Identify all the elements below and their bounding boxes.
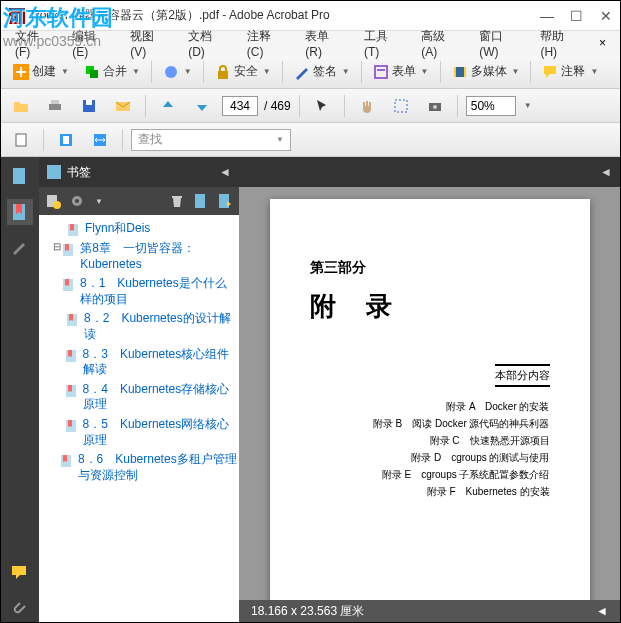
tree-label: 8．1 Kubernetes是个什么样的项目 xyxy=(80,276,237,307)
open-button[interactable] xyxy=(7,94,35,118)
menu-view[interactable]: 视图(V) xyxy=(122,26,178,61)
menu-advanced[interactable]: 高级(A) xyxy=(413,26,469,61)
maximize-button[interactable]: ☐ xyxy=(570,10,582,22)
marquee-tool[interactable] xyxy=(387,94,415,118)
rail-bookmarks-icon[interactable] xyxy=(7,199,33,225)
tree-item[interactable]: 8．3 Kubernetes核心组件解读 xyxy=(41,345,237,380)
bookmark-go-icon[interactable] xyxy=(217,193,233,209)
toc-line: 附录 A Docker 的安装 xyxy=(310,400,550,414)
combine-button[interactable]: 合并▼ xyxy=(78,59,146,84)
page-layout-button[interactable] xyxy=(7,128,35,152)
window-title: Docker 容器与容器云（第2版）.pdf - Adobe Acrobat P… xyxy=(31,7,540,24)
rail-pages-icon[interactable] xyxy=(7,163,33,189)
page-total: / 469 xyxy=(264,99,291,113)
tree-label: 8．3 Kubernetes核心组件解读 xyxy=(83,347,237,378)
search-input[interactable]: 查找 ▼ xyxy=(131,129,291,151)
menu-comments[interactable]: 注释(C) xyxy=(239,26,296,61)
new-bookmark-icon[interactable] xyxy=(45,193,61,209)
tree-item[interactable]: Flynn和Deis xyxy=(41,219,237,239)
minimize-button[interactable]: — xyxy=(540,10,552,22)
svg-rect-22 xyxy=(13,168,25,184)
film-icon xyxy=(452,64,468,80)
page-number-input[interactable] xyxy=(222,96,258,116)
fit-page-button[interactable] xyxy=(52,128,80,152)
page-first-button[interactable] xyxy=(154,94,182,118)
create-button[interactable]: 创建▼ xyxy=(7,59,75,84)
bookmark-header: 书签 ◄ xyxy=(39,157,239,187)
snapshot-tool[interactable] xyxy=(421,94,449,118)
tree-item[interactable]: 8．1 Kubernetes是个什么样的项目 xyxy=(41,274,237,309)
fit-width-button[interactable] xyxy=(86,128,114,152)
toc-heading: 本部分内容 xyxy=(495,364,550,387)
rail-attachments-icon[interactable] xyxy=(7,596,33,622)
page-viewport[interactable]: 第三部分 附录 本部分内容 附录 A Docker 的安装附录 B 阅读 Doc… xyxy=(239,187,620,622)
svg-point-26 xyxy=(53,201,61,209)
tree-label: 8．2 Kubernetes的设计解读 xyxy=(84,311,237,342)
menu-file[interactable]: 文件(F) xyxy=(7,26,62,61)
menu-forms[interactable]: 表单(R) xyxy=(297,26,354,61)
menu-tools[interactable]: 工具(T) xyxy=(356,26,411,61)
panel-collapse-button[interactable]: ◄ xyxy=(600,165,612,179)
close-button[interactable]: ✕ xyxy=(600,10,612,22)
multimedia-button[interactable]: 多媒体▼ xyxy=(446,59,526,84)
tree-toggle[interactable]: ⊟ xyxy=(52,241,63,252)
bookmark-add-icon[interactable] xyxy=(193,193,209,209)
tree-item[interactable]: 8．2 Kubernetes的设计解读 xyxy=(41,309,237,344)
svg-rect-6 xyxy=(377,69,385,71)
toc-line: 附录 C 快速熟悉开源项目 xyxy=(310,434,550,448)
rail-comments-icon[interactable] xyxy=(7,560,33,586)
content-header: ◄ xyxy=(239,157,620,187)
trash-icon[interactable] xyxy=(169,193,185,209)
save-button[interactable] xyxy=(75,94,103,118)
print-button[interactable] xyxy=(41,94,69,118)
hand-tool[interactable] xyxy=(353,94,381,118)
bookmark-collapse-button[interactable]: ◄ xyxy=(219,165,231,179)
forms-button[interactable]: 表单▼ xyxy=(367,59,435,84)
svg-point-17 xyxy=(433,105,437,109)
security-button[interactable]: 安全▼ xyxy=(209,59,277,84)
rail-signatures-icon[interactable] xyxy=(7,235,33,261)
tree-item[interactable]: 8．6 Kubernetes多租户管理与资源控制 xyxy=(41,450,237,485)
create-icon xyxy=(13,64,29,80)
zoom-input[interactable] xyxy=(466,96,516,116)
tree-item[interactable]: ⊟第8章 一切皆容器：Kubernetes xyxy=(41,239,237,274)
tree-item[interactable]: 8．5 Kubernetes网络核心原理 xyxy=(41,415,237,450)
tree-label: 8．4 Kubernetes存储核心原理 xyxy=(83,382,237,413)
menu-window[interactable]: 窗口(W) xyxy=(471,26,530,61)
toc-line: 附录 E cgroups 子系统配置参数介绍 xyxy=(310,468,550,482)
tree-label: 8．5 Kubernetes网络核心原理 xyxy=(83,417,237,448)
menu-document[interactable]: 文档(D) xyxy=(180,26,237,61)
lock-icon xyxy=(215,64,231,80)
pen-icon xyxy=(294,64,310,80)
sign-button[interactable]: 签名▼ xyxy=(288,59,356,84)
pdf-page: 第三部分 附录 本部分内容 附录 A Docker 的安装附录 B 阅读 Doc… xyxy=(270,199,590,622)
menu-close-doc[interactable]: × xyxy=(591,34,614,52)
svg-rect-5 xyxy=(375,66,387,78)
bookmark-item-icon xyxy=(62,278,76,292)
email-button[interactable] xyxy=(109,94,137,118)
comment-button[interactable]: 注释▼ xyxy=(536,59,604,84)
arrow-down-icon xyxy=(194,98,210,114)
gear-icon[interactable] xyxy=(69,193,85,209)
bookmark-item-icon xyxy=(60,454,74,468)
marquee-icon xyxy=(393,98,409,114)
page-icon xyxy=(13,132,29,148)
menu-edit[interactable]: 编辑(E) xyxy=(64,26,120,61)
menu-bar: 文件(F) 编辑(E) 视图(V) 文档(D) 注释(C) 表单(R) 工具(T… xyxy=(1,31,620,55)
select-tool[interactable] xyxy=(308,94,336,118)
scroll-left-button[interactable]: ◄ xyxy=(596,604,608,618)
toc-line: 附录 F Kubernetes 的安装 xyxy=(310,485,550,499)
zoom-dropdown[interactable]: ▼ xyxy=(524,101,532,110)
collab-button[interactable]: ▼ xyxy=(157,60,198,84)
svg-rect-13 xyxy=(86,100,92,105)
toolbar-file: / 469 ▼ xyxy=(1,89,620,123)
menu-help[interactable]: 帮助(H) xyxy=(532,26,589,61)
combine-icon xyxy=(84,64,100,80)
arrow-up-icon xyxy=(160,98,176,114)
content-area: ◄ 第三部分 附录 本部分内容 附录 A Docker 的安装附录 B 阅读 D… xyxy=(239,157,620,622)
page-last-button[interactable] xyxy=(188,94,216,118)
fit-width-icon xyxy=(92,132,108,148)
page-heading: 附录 xyxy=(310,289,550,324)
fit-icon xyxy=(58,132,74,148)
tree-item[interactable]: 8．4 Kubernetes存储核心原理 xyxy=(41,380,237,415)
